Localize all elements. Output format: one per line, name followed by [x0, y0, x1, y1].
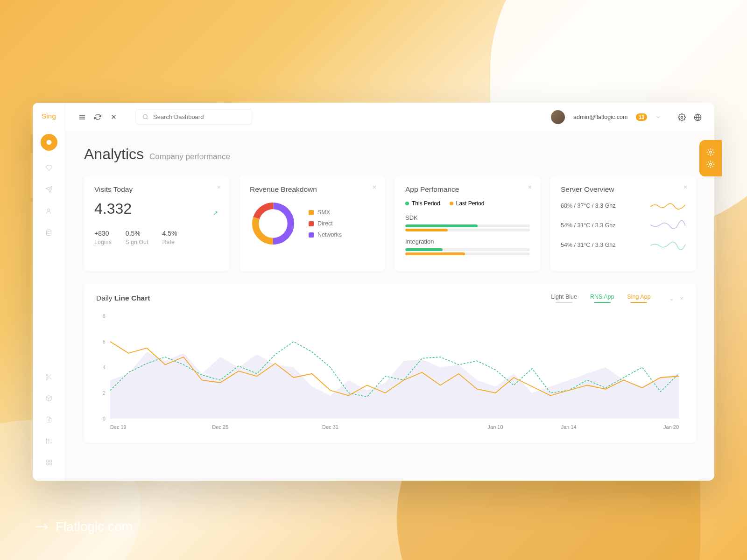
- card-title: Server Overview: [561, 185, 685, 194]
- gear-icon[interactable]: [678, 113, 685, 121]
- gear-icon: [706, 160, 715, 168]
- svg-text:Dec 19: Dec 19: [110, 424, 127, 430]
- server-line: 54% / 31°C / 3.3 Ghz: [561, 220, 685, 231]
- footer-link[interactable]: Flatlogic.com: [35, 519, 133, 534]
- legend-item: SMX: [309, 209, 342, 216]
- legend-item: Networks: [309, 231, 342, 238]
- svg-rect-8: [49, 463, 51, 465]
- brand-logo[interactable]: Sing: [42, 112, 56, 120]
- nav-dashboard-icon[interactable]: [41, 134, 57, 151]
- svg-rect-5: [46, 460, 48, 462]
- nav-grid-icon[interactable]: [45, 458, 53, 467]
- nav-box-icon[interactable]: [45, 394, 53, 402]
- donut-legend: SMX Direct Networks: [309, 209, 342, 238]
- trend-up-icon: ↗: [213, 210, 218, 217]
- card-title: Revenue Breakdown: [250, 185, 374, 194]
- avatar[interactable]: [551, 110, 565, 124]
- svg-text:6: 6: [103, 339, 106, 344]
- svg-text:8: 8: [103, 313, 106, 319]
- perf-sdk: SDK: [405, 214, 530, 231]
- card-close-icon[interactable]: ×: [684, 183, 687, 191]
- stat-signout: 0.5% Sign Out: [126, 230, 148, 245]
- card-revenue: × Revenue Breakdown SMX Direct Networks: [240, 176, 385, 271]
- search-icon: [142, 114, 148, 120]
- sparkline-icon: [650, 220, 685, 231]
- nav-database-icon[interactable]: [45, 228, 53, 237]
- card-close-icon[interactable]: ×: [373, 183, 376, 191]
- card-close-icon[interactable]: ×: [528, 183, 532, 191]
- stat-rate: 4.5% Rate: [162, 230, 177, 245]
- perf-integration: Integration: [405, 238, 530, 255]
- card-title: App Perfomance: [405, 185, 530, 194]
- legend-this-period: This Period: [405, 200, 440, 207]
- content: Analytics Company performance × Visits T…: [65, 132, 714, 481]
- settings-tab[interactable]: [699, 140, 722, 176]
- donut-chart: [250, 200, 296, 247]
- search-box[interactable]: [135, 109, 252, 125]
- svg-rect-6: [49, 460, 51, 462]
- search-input[interactable]: [153, 113, 245, 120]
- notification-badge[interactable]: 13: [636, 113, 647, 121]
- svg-point-1: [48, 209, 50, 211]
- chart-collapse-icon[interactable]: ⌄: [669, 295, 674, 302]
- nav-user-icon[interactable]: [45, 207, 53, 215]
- sparkline-icon: [650, 239, 685, 251]
- gear-icon: [706, 148, 715, 156]
- nav-scissors-icon[interactable]: [45, 372, 53, 381]
- svg-text:Dec 25: Dec 25: [212, 424, 228, 430]
- server-line: 60% / 37°C / 3.3 Ghz: [561, 200, 685, 211]
- server-line: 54% / 31°C / 3.3 Ghz: [561, 239, 685, 251]
- svg-point-3: [46, 374, 48, 376]
- nav-diamond-icon[interactable]: [45, 164, 53, 172]
- svg-rect-7: [46, 463, 48, 465]
- page-title-sub: Company performance: [149, 152, 230, 161]
- visits-value: 4.332: [94, 200, 219, 217]
- card-app-perf: × App Perfomance This Period Last Period…: [395, 176, 540, 271]
- legend-rns-app[interactable]: RNS App: [590, 294, 614, 303]
- svg-text:2: 2: [103, 390, 106, 396]
- svg-point-9: [143, 115, 148, 119]
- line-chart: 02468Dec 19Dec 25Dec 31Jan 10Jan 14Jan 2…: [96, 311, 684, 433]
- arrow-right-icon: [35, 522, 49, 532]
- svg-text:Jan 14: Jan 14: [561, 424, 577, 430]
- app-frame: Sing: [33, 103, 714, 481]
- page-title: Analytics Company performance: [84, 146, 696, 163]
- nav-send-icon[interactable]: [45, 185, 53, 194]
- menu-icon[interactable]: [78, 113, 86, 121]
- stat-logins: +830 Logins: [94, 230, 112, 245]
- chevron-down-icon[interactable]: [655, 114, 661, 120]
- period-legend: This Period Last Period: [405, 200, 530, 207]
- svg-point-27: [710, 163, 712, 166]
- refresh-icon[interactable]: [94, 113, 102, 121]
- main: admin@flatlogic.com 13 Analytics Company…: [65, 103, 714, 481]
- svg-text:Jan 20: Jan 20: [663, 424, 679, 430]
- topbar: admin@flatlogic.com 13: [65, 103, 714, 132]
- page-title-main: Analytics: [84, 146, 144, 163]
- card-daily-chart: Daily Line Chart Light Blue RNS App Sing: [84, 283, 696, 443]
- chart-close-icon[interactable]: ×: [680, 295, 684, 302]
- svg-point-0: [46, 140, 51, 145]
- svg-text:Dec 31: Dec 31: [322, 424, 338, 430]
- close-icon[interactable]: [110, 113, 118, 121]
- svg-point-4: [46, 378, 48, 379]
- nav-document-icon[interactable]: [45, 415, 53, 424]
- user-email: admin@flatlogic.com: [573, 114, 627, 120]
- chart-legend: Light Blue RNS App Sing App: [551, 294, 650, 303]
- legend-last-period: Last Period: [450, 200, 485, 207]
- card-visits: × Visits Today 4.332 ↗ +830 Logins 0.5% …: [84, 176, 229, 271]
- card-close-icon[interactable]: ×: [217, 183, 221, 191]
- globe-icon[interactable]: [694, 113, 701, 121]
- svg-point-10: [681, 116, 683, 118]
- legend-sing-app[interactable]: Sing App: [627, 294, 650, 303]
- svg-text:0: 0: [103, 416, 106, 421]
- legend-light-blue[interactable]: Light Blue: [551, 294, 577, 303]
- svg-text:Jan 10: Jan 10: [488, 424, 503, 430]
- svg-point-26: [710, 151, 712, 154]
- card-title: Visits Today: [94, 185, 219, 194]
- chart-title: Daily Line Chart: [96, 294, 150, 302]
- legend-item: Direct: [309, 220, 342, 227]
- card-server: × Server Overview 60% / 37°C / 3.3 Ghz 5…: [550, 176, 696, 271]
- sidebar: Sing: [33, 103, 65, 481]
- nav-sliders-icon[interactable]: [45, 437, 53, 445]
- svg-text:4: 4: [103, 364, 106, 370]
